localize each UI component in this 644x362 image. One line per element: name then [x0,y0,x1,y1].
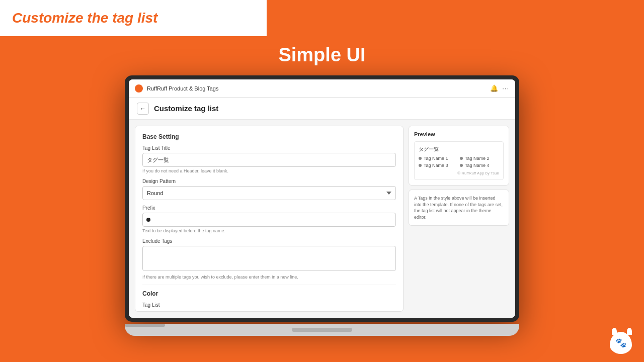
preview-tag-dot-4 [460,164,463,167]
bell-icon: 🔔 [490,84,498,92]
mascot-face: 🐾 [615,337,626,348]
info-box: A Tags in the style above will be insert… [409,190,509,226]
background-label: Background [157,311,182,312]
app-logo [135,84,143,93]
preview-tag-1: Tag Name 1 [419,156,458,161]
exclude-tags-hint: If there are multiple tags you wish to e… [142,275,396,280]
main-heading: Simple UI [0,44,644,66]
tag-list-color-label: Tag List [142,302,396,308]
tag-list-title-input[interactable] [142,153,396,167]
design-pattern-select[interactable]: Round Square Pill [142,186,396,200]
left-panel: Base Setting Tag List Title If you do no… [135,126,404,312]
base-setting-label: Base Setting [142,133,396,140]
prefix-dot [146,218,150,222]
app-icons: 🔔 ··· [490,84,509,92]
preview-credit-icon: © [457,171,460,175]
page-header: ← Customize tag list [129,98,515,120]
mascot: 🐾 [610,332,634,356]
tag-list-title-hint: If you do not need a Header, leave it bl… [142,168,396,173]
page-title: Customize tag list [154,104,218,113]
color-section: Color Tag List Background #F7F9F9 [142,285,396,312]
laptop-frame: RuffRuff Product & Blog Tags 🔔 ··· ← Cus… [125,75,519,337]
preview-tag-name-2: Tag Name 2 [465,156,490,161]
preview-tag-dot-2 [460,157,463,160]
preview-title: Preview [414,131,504,137]
preview-credit: © RuffRuff App by Tsun [419,171,499,175]
exclude-tags-input[interactable] [142,246,396,271]
preview-tag-2: Tag Name 2 [460,156,499,161]
exclude-tags-label: Exclude Tags [142,238,396,244]
tag-list-title-group: Tag List Title If you do not need a Head… [142,145,396,173]
prefix-input-wrapper [142,213,396,227]
preview-tag-3: Tag Name 3 [419,163,458,168]
top-banner: Customize the tag list [0,0,267,36]
preview-tag-dot-1 [419,157,422,160]
design-pattern-group: Design Pattern Round Square Pill [142,178,396,200]
preview-credit-text: RuffRuff App by Tsun [461,171,499,175]
banner-title: Customize the tag list [12,10,157,26]
background-color-row: Background #F7F9F9 [142,311,396,312]
dots-icon: ··· [502,84,509,92]
prefix-input[interactable] [142,213,396,227]
prefix-label: Prefix [142,205,396,211]
laptop-screen: RuffRuff Product & Blog Tags 🔔 ··· ← Cus… [125,75,519,322]
app-bar: RuffRuff Product & Blog Tags 🔔 ··· [129,79,515,98]
prefix-hint: Text to be displayed before the tag name… [142,228,396,233]
preview-tag-list-title: タグ一覧 [419,146,499,153]
back-button[interactable]: ← [137,103,149,115]
laptop-notch [125,324,165,327]
color-section-label: Color [142,290,396,297]
tag-list-title-label: Tag List Title [142,145,396,151]
preview-tags-grid: Tag Name 1 Tag Name 2 Tag Name 3 [419,156,499,168]
preview-tag-name-1: Tag Name 1 [424,156,448,161]
info-text: A Tags in the style above will be insert… [414,195,504,220]
prefix-group: Prefix Text to be displayed before the t… [142,205,396,233]
preview-inner: タグ一覧 Tag Name 1 Tag Name 2 [414,141,504,180]
mascot-ear-left [612,328,617,335]
mascot-ear-right [627,328,632,335]
main-content: Base Setting Tag List Title If you do no… [129,120,515,318]
preview-tag-name-4: Tag Name 4 [465,163,490,168]
screen-inner: RuffRuff Product & Blog Tags 🔔 ··· ← Cus… [129,79,515,318]
background-color-info: Background #F7F9F9 [157,311,182,312]
app-name: RuffRuff Product & Blog Tags [147,85,490,92]
design-pattern-label: Design Pattern [142,178,396,184]
mascot-body: 🐾 [610,332,632,354]
laptop-base [125,324,519,336]
background-color-swatch[interactable] [142,311,153,312]
preview-tag-name-3: Tag Name 3 [424,163,448,168]
preview-box: Preview タグ一覧 Tag Name 1 Tag Name [409,126,509,186]
preview-tag-dot-3 [419,164,422,167]
preview-tag-4: Tag Name 4 [460,163,499,168]
right-panel: Preview タグ一覧 Tag Name 1 Tag Name [409,126,509,312]
exclude-tags-group: Exclude Tags If there are multiple tags … [142,238,396,280]
mascot-ears [612,328,632,335]
